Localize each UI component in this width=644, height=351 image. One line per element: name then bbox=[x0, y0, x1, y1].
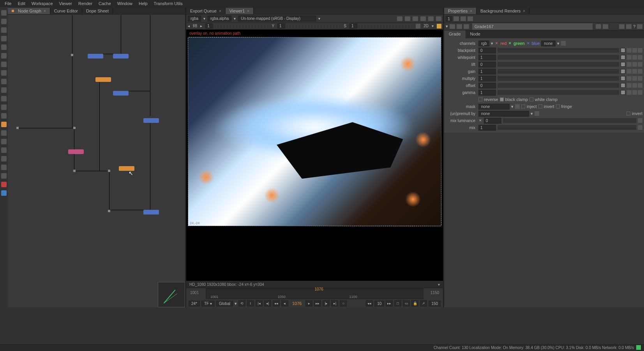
alpha-select[interactable]: rgba.alpha bbox=[208, 16, 231, 21]
split-icon[interactable] bbox=[627, 90, 632, 95]
link-icon[interactable] bbox=[457, 24, 462, 29]
dropdown-icon[interactable]: ▾ bbox=[531, 111, 533, 116]
tab-viewer1[interactable]: Viewer1× bbox=[226, 8, 254, 14]
tf-select[interactable]: TF ▾ bbox=[201, 301, 215, 307]
color-swatch[interactable] bbox=[621, 55, 625, 60]
white-clamp-checkbox[interactable] bbox=[529, 98, 533, 101]
tab-bg-renders[interactable]: Background Renders× bbox=[476, 8, 529, 14]
tab-curve-editor[interactable]: Curve Editor bbox=[50, 8, 82, 14]
anim-icon[interactable] bbox=[632, 76, 637, 81]
next-key-button[interactable]: |▸ bbox=[323, 300, 330, 307]
tool-clock-icon[interactable] bbox=[1, 27, 7, 33]
step-back-button[interactable]: ◂◂ bbox=[273, 300, 280, 307]
trash-icon[interactable] bbox=[461, 16, 466, 21]
tool-sparkle-icon[interactable] bbox=[1, 122, 7, 127]
menu-cache[interactable]: Cache bbox=[95, 1, 114, 6]
node-graph-canvas[interactable]: ↖ bbox=[8, 15, 185, 307]
pencil-icon[interactable] bbox=[468, 16, 473, 21]
eye-icon[interactable] bbox=[450, 24, 455, 29]
close-icon[interactable]: × bbox=[219, 9, 221, 13]
dot-node[interactable] bbox=[73, 170, 76, 172]
tool-gear-icon[interactable] bbox=[1, 165, 7, 170]
add-icon[interactable] bbox=[561, 41, 566, 46]
tool-wrench-icon[interactable] bbox=[1, 147, 7, 153]
next-icon[interactable]: ▸ bbox=[200, 24, 202, 28]
close-icon[interactable]: × bbox=[44, 9, 46, 13]
mixlum-toggle[interactable]: ✕ bbox=[478, 119, 482, 122]
tool-layers-icon[interactable] bbox=[1, 62, 7, 67]
color-swatch[interactable] bbox=[621, 69, 625, 74]
tool-select-icon[interactable] bbox=[1, 10, 7, 16]
dot-node[interactable] bbox=[16, 127, 19, 129]
square-icon[interactable] bbox=[596, 24, 601, 29]
fringe-checkbox[interactable] bbox=[556, 105, 560, 108]
tool-brush-icon[interactable] bbox=[1, 53, 7, 58]
node-blue[interactable] bbox=[143, 210, 159, 214]
tab-dope-sheet[interactable]: Dope Sheet bbox=[82, 8, 113, 14]
offset-slider[interactable] bbox=[498, 83, 619, 88]
mix-slider[interactable] bbox=[498, 125, 636, 130]
node-blue[interactable] bbox=[113, 91, 129, 96]
pencil-icon[interactable] bbox=[437, 24, 441, 28]
dropdown-icon[interactable]: ▾ bbox=[203, 16, 205, 21]
dropdown-icon[interactable]: ▾ bbox=[235, 301, 237, 306]
blackpoint-value[interactable]: 0 bbox=[478, 48, 496, 53]
current-frame[interactable]: 1076 bbox=[290, 301, 304, 306]
mask-select[interactable]: none bbox=[478, 104, 510, 110]
tool-pointer-icon[interactable] bbox=[1, 19, 7, 24]
y-slider[interactable] bbox=[288, 24, 341, 28]
play-back-button[interactable]: ◂ bbox=[281, 300, 288, 307]
tool-curve-icon[interactable] bbox=[1, 105, 7, 110]
timeline-start[interactable]: 1001 bbox=[190, 291, 199, 295]
mask-icon[interactable] bbox=[515, 104, 520, 109]
more-icon[interactable] bbox=[638, 76, 642, 81]
gain-value[interactable]: 1 bbox=[478, 69, 496, 74]
menu-icon[interactable] bbox=[637, 24, 642, 29]
tab-node-graph[interactable]: Node Graph× bbox=[8, 8, 50, 14]
branch-icon[interactable] bbox=[464, 24, 469, 29]
more-icon[interactable] bbox=[638, 62, 642, 67]
tool-circle-icon[interactable] bbox=[1, 44, 7, 50]
reverse-checkbox[interactable] bbox=[478, 98, 482, 101]
close-icon[interactable]: × bbox=[247, 9, 249, 13]
node-orange[interactable] bbox=[95, 77, 111, 82]
more-icon[interactable] bbox=[638, 90, 642, 95]
red-toggle[interactable]: ✕ bbox=[495, 41, 499, 45]
close-icon[interactable]: × bbox=[523, 9, 525, 13]
s-slider[interactable] bbox=[360, 24, 413, 28]
color-swatch[interactable] bbox=[621, 62, 625, 67]
split-icon[interactable] bbox=[627, 69, 632, 74]
y-value[interactable]: 1 bbox=[277, 23, 285, 28]
color-swatch[interactable] bbox=[621, 48, 625, 53]
color-swatch[interactable] bbox=[621, 76, 625, 81]
color-swatch[interactable] bbox=[621, 83, 625, 88]
split-icon[interactable] bbox=[627, 83, 632, 88]
prev-key-button[interactable]: ◂| bbox=[264, 300, 271, 307]
more-icon[interactable] bbox=[638, 55, 642, 60]
channel-select[interactable]: rgba bbox=[188, 16, 201, 21]
node-pink[interactable] bbox=[68, 149, 84, 154]
mode-select[interactable]: Global bbox=[216, 301, 233, 307]
anim-icon[interactable] bbox=[632, 55, 637, 60]
tool-grid-icon[interactable] bbox=[1, 173, 7, 179]
redo-icon[interactable] bbox=[626, 24, 632, 29]
tool-shade-icon[interactable] bbox=[1, 139, 7, 144]
skip-value[interactable]: 10 bbox=[374, 301, 384, 307]
invert-checkbox[interactable] bbox=[626, 112, 630, 115]
range-end[interactable]: 150 bbox=[429, 301, 441, 307]
step-fwd-button[interactable]: ▸▸ bbox=[314, 300, 321, 307]
split-icon[interactable] bbox=[627, 62, 632, 67]
node-name-field[interactable]: Grade167 bbox=[472, 23, 593, 30]
invert-checkbox[interactable] bbox=[538, 105, 542, 108]
subtab-node[interactable]: Node bbox=[466, 30, 485, 38]
prev-icon[interactable]: ◂ bbox=[188, 24, 190, 28]
dropdown-icon[interactable]: ▾ bbox=[438, 282, 440, 287]
timeline-track[interactable]: 1001 1050 1100 1076 bbox=[206, 288, 423, 299]
sync-icon[interactable]: ⟲ bbox=[238, 300, 245, 307]
anim-icon[interactable] bbox=[632, 62, 637, 67]
panel-count[interactable]: 1 bbox=[446, 16, 452, 21]
node-blue[interactable] bbox=[143, 118, 159, 123]
playhead[interactable]: 1076 bbox=[315, 287, 323, 291]
lift-slider[interactable] bbox=[498, 62, 619, 67]
fps-select[interactable]: 24* bbox=[189, 301, 200, 307]
